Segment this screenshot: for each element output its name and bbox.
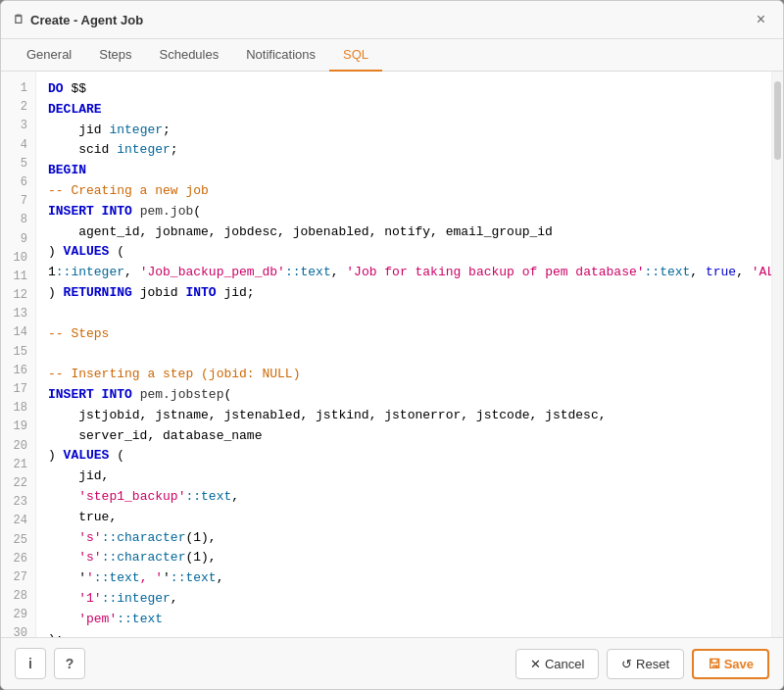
tab-schedules[interactable]: Schedules — [146, 39, 233, 72]
code-line: 1::integer, 'Job_backup_pem_db'::text, '… — [48, 263, 760, 283]
title-bar-left: 🗒 Create - Agent Job — [13, 13, 143, 27]
line-number: 8 — [1, 211, 35, 229]
tab-notifications[interactable]: Notifications — [232, 39, 329, 72]
code-line — [48, 304, 760, 324]
line-number: 14 — [1, 323, 35, 342]
sql-editor[interactable]: 1234567891011121314151617181920212223242… — [1, 72, 783, 637]
footer-right: ✕ Cancel ↺ Reset 🖫 Save — [515, 649, 769, 679]
line-number: 2 — [1, 98, 35, 117]
code-line: INSERT INTO pem.job( — [48, 202, 760, 222]
code-line: -- Inserting a step (jobid: NULL) — [48, 365, 760, 385]
line-number: 28 — [1, 587, 35, 606]
code-line: 'pem'::text — [48, 610, 760, 630]
line-number: 18 — [1, 399, 35, 418]
code-line: ) RETURNING jobid INTO jid; — [48, 283, 760, 304]
tabs-bar: General Steps Schedules Notifications SQ… — [1, 39, 783, 72]
line-number: 17 — [1, 380, 35, 399]
footer: i ? ✕ Cancel ↺ Reset 🖫 Save — [1, 637, 783, 689]
line-number: 22 — [1, 474, 35, 493]
line-number: 3 — [1, 117, 35, 135]
dialog-icon: 🗒 — [13, 13, 24, 26]
code-line: true, — [48, 508, 760, 528]
code-line: BEGIN — [48, 161, 760, 181]
dialog-title: Create - Agent Job — [30, 13, 143, 27]
line-number: 15 — [1, 343, 35, 362]
code-line: 's'::character(1), — [48, 548, 760, 568]
line-number: 13 — [1, 305, 35, 323]
line-number: 5 — [1, 155, 35, 173]
scrollbar-thumb[interactable] — [774, 81, 781, 160]
code-line — [48, 344, 760, 365]
code-line: ) VALUES ( — [48, 242, 760, 263]
code-line: -- Steps — [48, 324, 760, 345]
tab-sql[interactable]: SQL — [329, 39, 382, 72]
line-number: 10 — [1, 249, 35, 268]
line-number: 24 — [1, 512, 35, 530]
code-line: jstjobid, jstname, jstenabled, jstkind, … — [48, 406, 760, 426]
code-line: jid, — [48, 467, 760, 487]
code-line: 'step1_backup'::text, — [48, 487, 760, 508]
code-content[interactable]: DO $$DECLARE jid integer; scid integer;B… — [36, 72, 771, 637]
line-number: 1 — [1, 79, 35, 98]
line-number: 29 — [1, 606, 35, 624]
code-line: 's'::character(1), — [48, 528, 760, 549]
line-number: 11 — [1, 268, 35, 286]
code-line: server_id, database_name — [48, 426, 760, 447]
code-line: ) VALUES ( — [48, 446, 760, 467]
line-number: 20 — [1, 437, 35, 456]
info-button[interactable]: i — [15, 648, 46, 679]
line-number: 6 — [1, 173, 35, 192]
save-button[interactable]: 🖫 Save — [692, 649, 769, 679]
line-number: 7 — [1, 192, 35, 211]
line-number: 16 — [1, 362, 35, 380]
footer-left: i ? — [15, 648, 85, 679]
code-line: DECLARE — [48, 100, 760, 121]
code-line: DO $$ — [48, 79, 760, 100]
reset-button[interactable]: ↺ Reset — [607, 649, 684, 679]
title-bar: 🗒 Create - Agent Job × — [1, 1, 783, 39]
code-line: -- Creating a new job — [48, 181, 760, 202]
scrollbar[interactable] — [771, 72, 783, 637]
line-number: 25 — [1, 531, 35, 550]
help-button[interactable]: ? — [54, 648, 85, 679]
line-number: 4 — [1, 136, 35, 155]
code-line: '1'::integer, — [48, 589, 760, 610]
line-numbers: 1234567891011121314151617181920212223242… — [1, 72, 36, 637]
code-line: INSERT INTO pem.jobstep( — [48, 385, 760, 406]
close-button[interactable]: × — [751, 9, 771, 30]
line-number: 21 — [1, 456, 35, 474]
code-line: agent_id, jobname, jobdesc, jobenabled, … — [48, 222, 760, 243]
tab-general[interactable]: General — [13, 39, 85, 72]
code-line: scid integer; — [48, 140, 760, 161]
line-number: 26 — [1, 550, 35, 568]
line-number: 12 — [1, 286, 35, 305]
line-number: 30 — [1, 624, 35, 637]
line-number: 19 — [1, 418, 35, 436]
cancel-button[interactable]: ✕ Cancel — [515, 649, 599, 679]
line-number: 23 — [1, 493, 35, 512]
tab-steps[interactable]: Steps — [85, 39, 145, 72]
create-agent-job-dialog: 🗒 Create - Agent Job × General Steps Sch… — [0, 0, 784, 690]
code-line: jid integer; — [48, 121, 760, 141]
code-line: ); — [48, 630, 760, 637]
line-number: 27 — [1, 568, 35, 587]
code-line: ''::text, ''::text, — [48, 568, 760, 589]
line-number: 9 — [1, 230, 35, 249]
